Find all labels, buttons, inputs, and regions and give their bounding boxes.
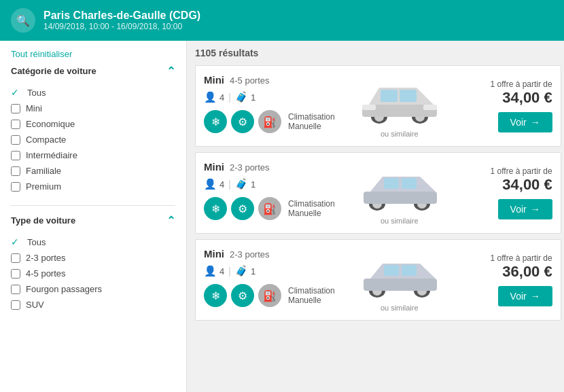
card-price-0: 1 offre à partir de 34,00 € Voir → — [464, 74, 552, 138]
car-svg-1 — [355, 164, 444, 212]
results-number: 1105 — [195, 48, 216, 58]
type-option-tous[interactable]: ✓ Tous — [11, 234, 175, 250]
sidebar: Tout réinitialiser Catégorie de voiture … — [0, 41, 187, 392]
category-option-compacte-label: Compacte — [26, 135, 66, 145]
type-option-45portes[interactable]: 4-5 portes — [11, 266, 175, 281]
fuel-icon-2: ⛽ — [258, 284, 281, 307]
category-option-intermediaire-label: Intermédiaire — [26, 150, 77, 160]
luggage-count-2: 1 — [251, 266, 255, 277]
car-specs-0: 👤 4 | 🧳 1 — [204, 91, 335, 103]
climate-label-0: Climatisation Manuelle — [288, 112, 335, 131]
results-area: 1105 résultats Mini 4-5 portes 👤 4 | 🧳 — [187, 41, 564, 392]
svg-rect-20 — [364, 279, 437, 291]
category-checkbox-mini[interactable] — [11, 104, 20, 113]
type-checkmark-icon: ✓ — [11, 236, 22, 247]
passengers-count-1: 4 — [219, 179, 224, 190]
category-option-familiale[interactable]: Familiale — [11, 163, 175, 179]
luggage-count-1: 1 — [251, 179, 255, 190]
category-filter-label: Catégorie de voiture — [11, 66, 96, 76]
transmission-icon-2: ⚙ — [231, 284, 254, 307]
luggage-icon-2: 🧳 — [235, 265, 248, 277]
card-image-2: ou similaire — [342, 248, 457, 312]
category-chevron-up-icon: ⌃ — [166, 65, 175, 77]
ac-icon-0: ❄ — [204, 110, 227, 133]
price-0: 34,00 € — [502, 89, 552, 107]
car-category-2: Mini — [204, 248, 224, 260]
type-checkbox-45portes[interactable] — [11, 269, 20, 279]
type-filter-header[interactable]: Type de voiture ⌃ — [11, 214, 175, 227]
type-filter-label: Type de voiture — [11, 215, 75, 226]
category-option-premium-label: Premium — [26, 181, 61, 192]
results-count: 1105 résultats — [195, 48, 561, 58]
svg-rect-15 — [402, 178, 417, 189]
category-checkbox-familiale[interactable] — [11, 166, 20, 176]
category-option-economique[interactable]: Economique — [11, 116, 175, 132]
svg-rect-14 — [384, 178, 399, 189]
luggage-icon-0: 🧳 — [235, 91, 248, 103]
car-card-2: Mini 2-3 portes 👤 4 | 🧳 1 ❄ ⚙ — [195, 239, 561, 321]
type-checkbox-23portes[interactable] — [11, 253, 20, 263]
card-title-row-2: Mini 2-3 portes — [204, 248, 335, 260]
type-option-23portes[interactable]: 2-3 portes — [11, 250, 175, 266]
header-dates: 14/09/2018, 10:00 - 16/09/2018, 10:00 — [43, 22, 200, 31]
luggage-count-0: 1 — [251, 92, 255, 103]
car-card-0: Mini 4-5 portes 👤 4 | 🧳 1 ❄ ⚙ — [195, 65, 561, 147]
luggage-spec-0: 🧳 1 — [235, 91, 255, 103]
category-checkbox-economique[interactable] — [11, 120, 20, 129]
fuel-icon-0: ⛽ — [258, 110, 281, 133]
car-features-1: ❄ ⚙ ⛽ Climatisation Manuelle — [204, 197, 335, 220]
voir-button-0[interactable]: Voir → — [498, 112, 552, 132]
offre-label-2: 1 offre à partir de — [491, 253, 552, 263]
header: 🔍 Paris Charles-de-Gaulle (CDG) 14/09/20… — [0, 0, 564, 41]
car-svg-2 — [355, 251, 444, 299]
category-option-mini-label: Mini — [26, 103, 42, 113]
card-left-0: Mini 4-5 portes 👤 4 | 🧳 1 ❄ ⚙ — [204, 74, 335, 138]
search-icon: 🔍 — [11, 8, 35, 33]
card-price-2: 1 offre à partir de 36,00 € Voir → — [464, 248, 552, 312]
price-2: 36,00 € — [502, 263, 552, 281]
type-option-fourgon[interactable]: Fourgon passagers — [11, 281, 175, 297]
voir-button-2[interactable]: Voir → — [498, 286, 552, 306]
ac-icon-1: ❄ — [204, 197, 227, 220]
category-filter-header[interactable]: Catégorie de voiture ⌃ — [11, 65, 175, 77]
car-doors-0: 4-5 portes — [230, 75, 270, 86]
voir-arrow-icon-0: → — [531, 117, 540, 128]
category-checkbox-compacte[interactable] — [11, 135, 20, 145]
category-option-mini[interactable]: Mini — [11, 101, 175, 116]
car-image-0 — [352, 74, 447, 128]
passengers-count-2: 4 — [219, 266, 224, 277]
svg-rect-22 — [402, 265, 417, 276]
main-layout: Tout réinitialiser Catégorie de voiture … — [0, 41, 564, 392]
type-option-45portes-label: 4-5 portes — [26, 268, 66, 279]
type-option-fourgon-label: Fourgon passagers — [26, 284, 102, 294]
price-1: 34,00 € — [502, 176, 552, 194]
category-option-premium[interactable]: Premium — [11, 179, 175, 194]
car-doors-2: 2-3 portes — [230, 249, 270, 260]
reset-link[interactable]: Tout réinitialiser — [11, 49, 175, 59]
category-option-intermediaire[interactable]: Intermédiaire — [11, 147, 175, 163]
checkmark-icon: ✓ — [11, 87, 22, 98]
category-checkbox-intermediaire[interactable] — [11, 151, 20, 160]
car-image-1 — [352, 161, 447, 215]
card-image-0: ou similaire — [342, 74, 457, 138]
car-image-2 — [352, 248, 447, 302]
person-icon-0: 👤 — [204, 91, 217, 103]
offre-label-0: 1 offre à partir de — [491, 79, 552, 89]
transmission-icon-0: ⚙ — [231, 110, 254, 133]
passengers-spec-0: 👤 4 — [204, 91, 224, 103]
type-checkbox-fourgon[interactable] — [11, 285, 20, 294]
voir-arrow-icon-2: → — [531, 291, 540, 302]
svg-rect-8 — [423, 105, 437, 110]
type-option-suv[interactable]: SUV — [11, 297, 175, 313]
svg-rect-13 — [364, 192, 437, 204]
category-option-tous[interactable]: ✓ Tous — [11, 84, 175, 101]
category-checkbox-premium[interactable] — [11, 182, 20, 192]
category-option-compacte[interactable]: Compacte — [11, 132, 175, 147]
header-location: Paris Charles-de-Gaulle (CDG) — [43, 10, 200, 22]
category-option-tous-label: Tous — [27, 88, 46, 98]
luggage-spec-1: 🧳 1 — [235, 178, 255, 190]
voir-button-1[interactable]: Voir → — [498, 199, 552, 219]
type-checkbox-suv[interactable] — [11, 300, 20, 310]
climate-label-1: Climatisation Manuelle — [288, 199, 335, 218]
passengers-spec-2: 👤 4 — [204, 265, 224, 277]
